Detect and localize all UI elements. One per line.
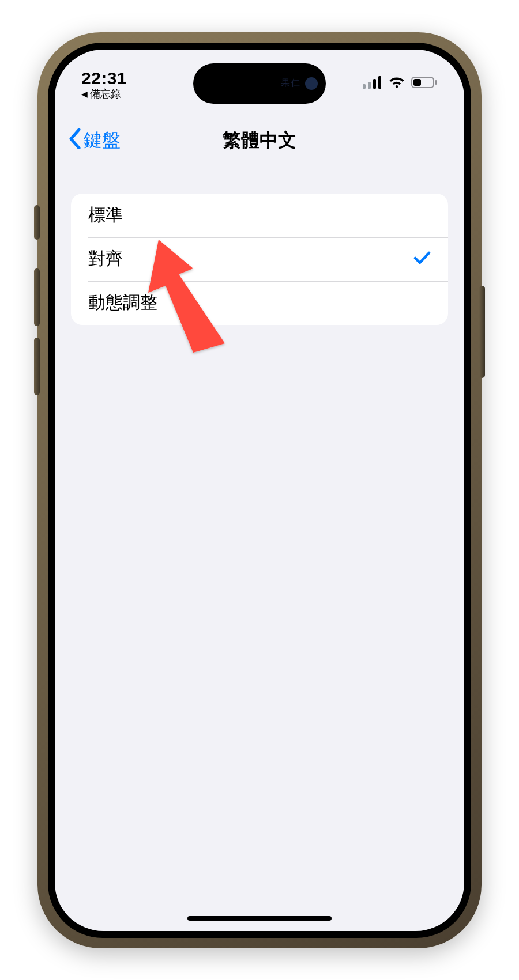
back-label: 鍵盤: [84, 128, 121, 153]
power-button: [479, 286, 485, 378]
island-text: 果仁: [281, 77, 300, 89]
island-camera-dot: [305, 77, 318, 90]
svg-rect-0: [363, 84, 366, 89]
breadcrumb-back-to-app[interactable]: ◀ 備忘錄: [81, 89, 121, 100]
volume-up-button: [34, 268, 40, 326]
option-row-standard[interactable]: 標準: [71, 194, 448, 237]
svg-rect-6: [413, 79, 421, 86]
phone-frame: 果仁 22:31 ◀ 備忘錄: [37, 32, 482, 948]
wifi-icon: [388, 76, 405, 89]
screen: 果仁 22:31 ◀ 備忘錄: [55, 50, 464, 931]
breadcrumb-app-label: 備忘錄: [90, 89, 121, 100]
back-button[interactable]: 鍵盤: [67, 128, 121, 153]
option-label: 對齊: [88, 247, 123, 271]
option-row-dynamic[interactable]: 動態調整: [71, 281, 448, 325]
checkmark-icon: [413, 248, 431, 270]
options-group: 標準 對齊 動態調整: [71, 194, 448, 325]
chevron-left-icon: [67, 128, 81, 153]
breadcrumb-back-icon: ◀: [81, 90, 88, 99]
phone-bezel: 果仁 22:31 ◀ 備忘錄: [48, 43, 471, 938]
page-title: 繁體中文: [223, 128, 296, 153]
svg-rect-2: [373, 79, 376, 89]
battery-icon: [411, 76, 438, 89]
option-label: 動態調整: [88, 291, 157, 315]
status-icons: [363, 76, 438, 89]
volume-down-button: [34, 338, 40, 395]
status-time: 22:31: [81, 69, 127, 88]
nav-bar: 鍵盤 繁體中文: [55, 119, 464, 162]
svg-rect-5: [435, 80, 437, 85]
option-row-aligned[interactable]: 對齊: [71, 237, 448, 281]
svg-rect-3: [378, 76, 381, 89]
dynamic-island: 果仁: [193, 63, 326, 104]
cellular-icon: [363, 76, 382, 89]
option-label: 標準: [88, 203, 123, 227]
svg-rect-1: [368, 82, 371, 89]
home-indicator[interactable]: [187, 916, 332, 921]
silence-switch: [34, 205, 40, 240]
